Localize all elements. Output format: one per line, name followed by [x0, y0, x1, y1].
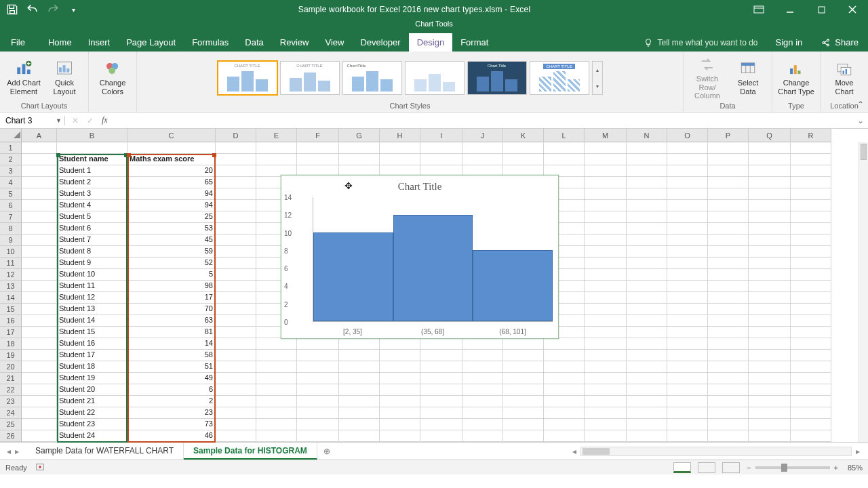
cell-J23[interactable]	[462, 396, 503, 407]
cell-Q20[interactable]	[749, 361, 791, 373]
cell-C3[interactable]: 20	[127, 165, 216, 177]
col-H[interactable]: H	[380, 129, 420, 142]
col-F[interactable]: F	[297, 129, 339, 142]
cell-D11[interactable]	[216, 258, 256, 269]
select-data-button[interactable]: Select Data	[730, 54, 766, 102]
chevron-down-icon[interactable]: ▼	[56, 117, 62, 124]
change-colors-button[interactable]: Change Colors	[94, 54, 131, 102]
cell-C24[interactable]: 23	[127, 407, 216, 419]
cell-H20[interactable]	[380, 361, 420, 373]
cell-A7[interactable]	[22, 211, 57, 223]
cell-N20[interactable]	[627, 361, 667, 373]
cell-M11[interactable]	[585, 258, 627, 269]
cell-Q12[interactable]	[749, 269, 791, 281]
cell-N23[interactable]	[627, 396, 667, 407]
tab-home[interactable]: Home	[40, 33, 80, 52]
cell-A12[interactable]	[22, 269, 57, 281]
col-E[interactable]: E	[256, 129, 297, 142]
chart-title[interactable]: Chart Title	[281, 176, 558, 194]
cell-E20[interactable]	[256, 361, 297, 373]
cell-D10[interactable]	[216, 246, 256, 258]
cell-Q23[interactable]	[749, 396, 791, 407]
cell-O2[interactable]	[667, 154, 708, 165]
cell-N2[interactable]	[627, 154, 667, 165]
cell-L22[interactable]	[544, 384, 585, 396]
cell-M21[interactable]	[585, 373, 627, 384]
cell-R5[interactable]	[791, 188, 831, 200]
cell-K2[interactable]	[503, 154, 544, 165]
cell-A3[interactable]	[22, 165, 57, 177]
cell-A10[interactable]	[22, 246, 57, 258]
cell-R4[interactable]	[791, 177, 831, 188]
cell-N12[interactable]	[627, 269, 667, 281]
qat-customize-icon[interactable]: ▾	[66, 3, 80, 16]
cell-Q22[interactable]	[749, 384, 791, 396]
cell-I24[interactable]	[420, 407, 462, 419]
cell-D21[interactable]	[216, 373, 256, 384]
undo-icon[interactable]	[26, 3, 39, 16]
tab-design[interactable]: Design	[409, 33, 452, 52]
cell-P20[interactable]	[708, 361, 749, 373]
cell-P18[interactable]	[708, 338, 749, 350]
cell-A6[interactable]	[22, 200, 57, 211]
cell-Q9[interactable]	[749, 235, 791, 246]
cell-F2[interactable]	[297, 154, 339, 165]
cell-O4[interactable]	[667, 177, 708, 188]
cell-K21[interactable]	[503, 373, 544, 384]
cell-C18[interactable]: 14	[127, 338, 216, 350]
cell-R7[interactable]	[791, 211, 831, 223]
cell-R24[interactable]	[791, 407, 831, 419]
cell-L26[interactable]	[544, 430, 585, 442]
cell-H1[interactable]	[380, 142, 420, 154]
chart-styles-more[interactable]: ▴▾	[592, 61, 603, 95]
row-12[interactable]: 12	[0, 269, 22, 281]
row-16[interactable]: 16	[0, 315, 22, 327]
row-5[interactable]: 5	[0, 188, 22, 200]
cell-D4[interactable]	[216, 177, 256, 188]
cell-L1[interactable]	[544, 142, 585, 154]
cell-R22[interactable]	[791, 384, 831, 396]
cell-B10[interactable]: Student 8	[57, 246, 127, 258]
cell-D23[interactable]	[216, 396, 256, 407]
cell-J18[interactable]	[462, 338, 503, 350]
cell-C17[interactable]: 81	[127, 327, 216, 338]
row-25[interactable]: 25	[0, 419, 22, 430]
cell-P11[interactable]	[708, 258, 749, 269]
cell-R10[interactable]	[791, 246, 831, 258]
cell-N8[interactable]	[627, 223, 667, 235]
cell-A17[interactable]	[22, 327, 57, 338]
cell-K26[interactable]	[503, 430, 544, 442]
cell-O23[interactable]	[667, 396, 708, 407]
cell-N16[interactable]	[627, 315, 667, 327]
cell-I19[interactable]	[420, 350, 462, 361]
cell-M23[interactable]	[585, 396, 627, 407]
cell-J2[interactable]	[462, 154, 503, 165]
cell-L20[interactable]	[544, 361, 585, 373]
cell-O7[interactable]	[667, 211, 708, 223]
cell-A2[interactable]	[22, 154, 57, 165]
cell-C12[interactable]: 5	[127, 269, 216, 281]
select-all-corner[interactable]	[0, 129, 22, 142]
cell-O9[interactable]	[667, 235, 708, 246]
tab-formulas[interactable]: Formulas	[184, 33, 237, 52]
cell-M1[interactable]	[585, 142, 627, 154]
cell-N10[interactable]	[627, 246, 667, 258]
col-J[interactable]: J	[462, 129, 503, 142]
cell-A26[interactable]	[22, 430, 57, 442]
cell-N18[interactable]	[627, 338, 667, 350]
cell-J24[interactable]	[462, 407, 503, 419]
cell-G23[interactable]	[339, 396, 380, 407]
cell-K23[interactable]	[503, 396, 544, 407]
cell-M9[interactable]	[585, 235, 627, 246]
cell-P19[interactable]	[708, 350, 749, 361]
cell-B7[interactable]: Student 5	[57, 211, 127, 223]
save-icon[interactable]	[5, 3, 19, 16]
cell-C1[interactable]	[127, 142, 216, 154]
cell-B14[interactable]: Student 12	[57, 292, 127, 304]
new-sheet-button[interactable]: ⊕	[317, 447, 336, 456]
cell-M22[interactable]	[585, 384, 627, 396]
cell-M26[interactable]	[585, 430, 627, 442]
cell-B9[interactable]: Student 7	[57, 235, 127, 246]
chart-style-6[interactable]: CHART TITLE	[530, 61, 589, 95]
tab-view[interactable]: View	[317, 33, 352, 52]
